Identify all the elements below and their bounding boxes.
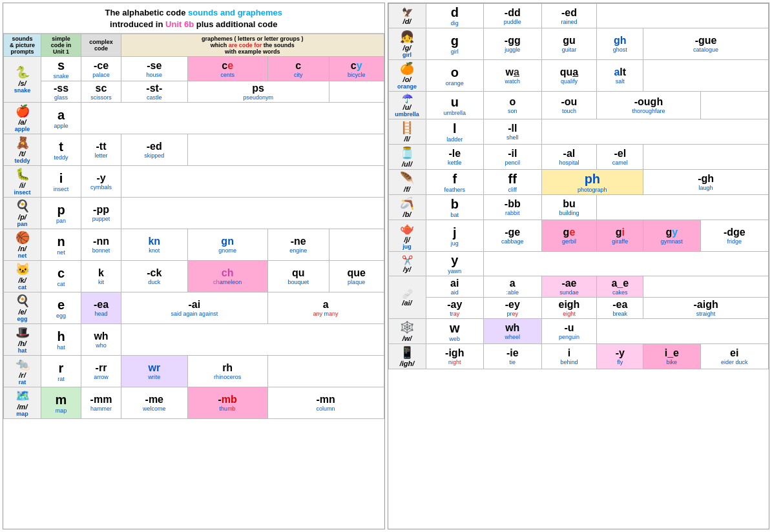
grapheme-k: k kit	[81, 261, 121, 292]
grapheme-ss: -ss glass	[41, 81, 81, 103]
sound-o: 🍊 /o/ orange	[388, 60, 426, 92]
grapheme-s: s snake	[41, 57, 81, 81]
grapheme-gg: -gg juggle	[483, 28, 541, 60]
grapheme-se: -se house	[121, 57, 188, 81]
grapheme-gy: gy gymnast	[643, 220, 700, 252]
row-m: 🗺️ /m/ map m map -mm hammer -me welcome	[4, 387, 384, 419]
sound-f: 🪶 /f/	[388, 170, 426, 195]
grapheme-que: que plaque	[329, 261, 384, 292]
sound-m: 🗺️ /m/ map	[4, 387, 41, 419]
empty-d	[597, 4, 769, 28]
empty-u	[700, 92, 768, 119]
grapheme-wh2: wh wheel	[483, 319, 541, 344]
title-line1: The alphabetic code sounds and graphemes	[6, 7, 382, 19]
left-panel: The alphabetic code sounds and graphemes…	[3, 3, 385, 529]
grapheme-ay: -ay tray	[426, 298, 483, 319]
grapheme-gi: gi giraffe	[597, 220, 643, 252]
row-s2: -ss glass sc scissors -st- castle ps pse…	[4, 81, 384, 103]
grapheme-ei: ei eider duck	[700, 344, 768, 369]
grapheme-le: -le kettle	[426, 145, 483, 170]
grapheme-ce: -ce palace	[81, 57, 121, 81]
grapheme-y: y yawn	[426, 252, 483, 276]
grapheme-d: d dig	[426, 4, 483, 28]
sound-i: 🐛 /i/ insect	[4, 166, 41, 198]
empty-w	[597, 319, 769, 344]
grapheme-mn: -mn column	[267, 387, 384, 419]
grapheme-mb: -mb thumb	[187, 387, 267, 419]
grapheme-gh-f: -gh laugh	[643, 170, 769, 195]
grapheme-me: -me welcome	[121, 387, 188, 419]
grapheme-sc: sc scissors	[81, 81, 121, 103]
left-header: The alphabetic code sounds and graphemes…	[3, 3, 384, 34]
grapheme-t: t teddy	[41, 134, 81, 166]
grapheme-p: p pan	[41, 198, 81, 229]
grapheme-al: -al hospital	[541, 145, 597, 170]
grapheme-ea-ai: -ea break	[597, 298, 643, 319]
row-b: 🪃 /b/ b bat -bb rabbit bu building	[388, 195, 769, 220]
grapheme-ne: -ne engine	[267, 229, 329, 261]
grapheme-wr: wr write	[121, 356, 188, 387]
grapheme-rr: -rr arrow	[81, 356, 121, 387]
grapheme-ae: -ae sundae	[541, 276, 597, 298]
empty-l	[541, 119, 768, 145]
row-e: 🍳 /e/ egg e egg -ea head -ai said again …	[4, 292, 384, 324]
grapheme-g: g girl	[426, 28, 483, 60]
empty-a	[81, 103, 384, 134]
grapheme-qua: qua qualify	[541, 60, 597, 92]
row-l: 🪜 /l/ l ladder -ll shell	[388, 119, 769, 145]
grapheme-w: w web	[426, 319, 483, 344]
grapheme-a-able: a :able	[483, 276, 541, 298]
sound-b: 🪃 /b/	[388, 195, 426, 220]
row-y: ✂️ /y/ y yawn	[388, 252, 769, 276]
grapheme-ch: ch chameleon	[187, 261, 267, 292]
row-ai: 🩹 /ai/ ai aid a :able -ae sundae a_e	[388, 276, 769, 298]
col-sounds: sounds& pictureprompts	[4, 34, 41, 57]
grapheme-igh: -igh night	[426, 344, 483, 369]
grapheme-i: i insect	[41, 166, 81, 198]
grapheme-a-e: a any many	[267, 292, 384, 324]
left-table: sounds& pictureprompts simplecode inUnit…	[3, 34, 384, 419]
grapheme-y-igh: -y fly	[597, 344, 643, 369]
grapheme-mm: -mm hammer	[81, 387, 121, 419]
grapheme-gue: -gue catalogue	[643, 28, 769, 60]
grapheme-bu: bu building	[541, 195, 597, 220]
empty-r	[267, 356, 384, 387]
sound-p: 🍳 /p/ pan	[4, 198, 41, 229]
row-f: 🪶 /f/ f feathers ff cliff ph photograph …	[388, 170, 769, 195]
row-h: 🎩 /h/ hat h hat wh who	[4, 324, 384, 356]
row-a: 🍎 /a/ apple a apple	[4, 103, 384, 134]
grapheme-o: o orange	[426, 60, 483, 92]
grapheme-bb: -bb rabbit	[483, 195, 541, 220]
row-j: 🫖 /j/ jug j jug -ge cabbage ge gerbil	[388, 220, 769, 252]
grapheme-ey: -ey prey	[483, 298, 541, 319]
sound-n: 🏀 /n/ net	[4, 229, 41, 261]
grapheme-gu: gu guitar	[541, 28, 597, 60]
grapheme-dd: -dd puddle	[483, 4, 541, 28]
grapheme-u: u umbrella	[426, 92, 483, 119]
empty-y	[483, 252, 768, 276]
grapheme-st: -st- castle	[121, 81, 188, 103]
row-i: 🐛 /i/ insect i insect -y cymbals	[4, 166, 384, 198]
grapheme-il: -il pencil	[483, 145, 541, 170]
row-s: 🐍 /s/ snake s snake -ce palace -se house	[4, 57, 384, 81]
grapheme-gn: gn gnome	[187, 229, 267, 261]
grapheme-ai2: ai aid	[426, 276, 483, 298]
empty-o	[643, 60, 769, 92]
grapheme-ph: ph photograph	[541, 170, 643, 195]
empty-t	[187, 134, 384, 166]
grapheme-el: -el camel	[597, 145, 643, 170]
sound-j: 🫖 /j/ jug	[388, 220, 426, 252]
empty-h	[121, 324, 384, 356]
grapheme-wh: wh who	[81, 324, 121, 356]
right-panel: 🦅 /d/ d dig -dd puddle -ed rained	[388, 3, 770, 529]
grapheme-ll: -ll shell	[483, 119, 541, 145]
grapheme-cy: cy bicycle	[329, 57, 384, 81]
sound-a: 🍎 /a/ apple	[4, 103, 41, 134]
grapheme-dge: -dge fridge	[700, 220, 768, 252]
sound-h: 🎩 /h/ hat	[4, 324, 41, 356]
grapheme-h: h hat	[41, 324, 81, 356]
grapheme-c-k: c cat	[41, 261, 81, 292]
grapheme-ai: -ai said again against	[121, 292, 268, 324]
grapheme-f: f feathers	[426, 170, 483, 195]
grapheme-kn: kn knot	[121, 229, 188, 261]
